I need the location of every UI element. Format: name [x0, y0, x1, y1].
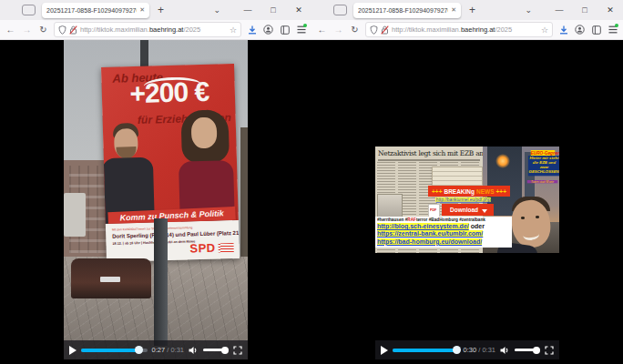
volume-icon[interactable]: [500, 346, 510, 355]
menu-icon[interactable]: [293, 23, 309, 37]
maximize-button[interactable]: □: [572, 0, 597, 20]
download-button[interactable]: Download: [442, 204, 494, 216]
poster-info-small: Mit den KANDIDAT:innen zur Stadtverordne…: [112, 226, 192, 231]
volume-icon[interactable]: [189, 346, 199, 355]
new-tab-button[interactable]: +: [469, 0, 475, 20]
video-frame-collage: Netzaktivist legt sich mit EZB an: [375, 147, 559, 253]
poster-man-photo: [105, 123, 149, 224]
banner-url-link[interactable]: http://banktunnel.eu/pdf.php: [435, 197, 491, 202]
volume-slider[interactable]: [515, 349, 540, 351]
account-icon[interactable]: [260, 23, 276, 37]
tower-light-glow: [495, 154, 510, 168]
sidebar-icon[interactable]: [588, 23, 604, 37]
video-controls: 0:27 / 0:31: [64, 340, 248, 359]
play-button[interactable]: [381, 346, 388, 355]
progress-knob[interactable]: [453, 346, 461, 354]
euro-box-strip: Taten statt Worte: [527, 180, 558, 183]
zentralbank-link[interactable]: https://zentral-bank.eu/tumblr.com/: [377, 230, 483, 237]
bookmark-star-icon[interactable]: ☆: [541, 25, 548, 35]
poster-candidates: Dorit Sperling (Platz 14) und Paul Lüber…: [112, 230, 240, 239]
fullscreen-button[interactable]: [545, 346, 554, 355]
insecure-lock-icon[interactable]: [381, 25, 389, 35]
hashtags-line: #herrihausen #RAFterror #BadHomburg #zen…: [377, 217, 481, 222]
update-dot: [303, 24, 307, 27]
firefox-view-icon[interactable]: [22, 5, 36, 15]
shield-icon[interactable]: [58, 25, 66, 35]
page-viewport: Ab heute +200 € für Erzieher:innen: [0, 40, 312, 364]
browser-tab[interactable]: 20251217-0858-F1029409792707682 ✕: [42, 3, 149, 18]
blog-link[interactable]: http://blog.sch-einesystem.de/: [377, 223, 469, 229]
progress-fill: [81, 349, 138, 352]
progress-bar[interactable]: [81, 349, 148, 352]
downloads-icon[interactable]: [244, 23, 260, 37]
browser-tab[interactable]: 20251217-0858-F1029409792707682 ✕: [353, 3, 461, 18]
firefox-view-icon[interactable]: [333, 5, 347, 15]
selfie-face: [505, 197, 557, 253]
time-display: 0:27 / 0:31: [152, 346, 184, 354]
time-display: 0:30 / 0:31: [464, 346, 495, 354]
poster-red-area: Ab heute +200 € für Erzieher:innen: [101, 64, 239, 224]
license-plate: [100, 277, 120, 282]
download-label: Download: [450, 207, 478, 213]
back-button[interactable]: ←: [314, 25, 330, 35]
sidebar-icon[interactable]: [277, 23, 292, 37]
selfie-eye: [536, 216, 539, 218]
sign-pole-bottom: [154, 218, 168, 346]
list-all-tabs-icon[interactable]: ⌄: [213, 0, 220, 20]
progress-bar[interactable]: [393, 349, 459, 352]
tab-close-icon[interactable]: ✕: [451, 6, 456, 14]
links-overlay: #herrihausen #RAFterror #BadHomburg #zen…: [375, 217, 512, 248]
titlebar: 20251217-0858-F1029409792707682 ✕ + ⌄ — …: [312, 0, 623, 20]
volume-knob[interactable]: [221, 347, 229, 354]
video-player[interactable]: Ab heute +200 € für Erzieher:innen: [64, 40, 248, 359]
browser-window-left: 20251217-0858-F1029409792707682 ✕ + ⌄ — …: [0, 0, 312, 364]
volume-slider[interactable]: [203, 349, 229, 351]
banner-plus: +++: [432, 188, 442, 195]
account-icon[interactable]: [572, 23, 587, 37]
tab-title: 20251217-0858-F1029409792707682: [358, 7, 448, 14]
page-viewport: Netzaktivist legt sich mit EZB an: [312, 40, 623, 364]
back-button[interactable]: ←: [3, 25, 18, 35]
update-dot: [615, 24, 618, 27]
tab-close-icon[interactable]: ✕: [139, 6, 145, 14]
breaking-news-banner: +++ BREAKINg NEWS +++: [428, 186, 510, 197]
reload-button[interactable]: ↻: [36, 25, 51, 35]
minimize-button[interactable]: —: [235, 0, 260, 20]
menu-icon[interactable]: [605, 23, 620, 37]
url-bar[interactable]: http://tiktok.maximilian.baehring.at/202…: [54, 22, 241, 37]
bookmark-star-icon[interactable]: ☆: [230, 25, 237, 35]
volume-knob[interactable]: [533, 347, 540, 354]
close-window-button[interactable]: ✕: [597, 0, 623, 20]
navigation-bar: ← → ↻ http://tiktok.maximilian.baehring.…: [312, 20, 623, 40]
list-all-tabs-icon[interactable]: ⌄: [525, 0, 532, 20]
reload-button[interactable]: ↻: [347, 25, 363, 35]
url-bar[interactable]: http://tiktok.maximilian.baehring.at/202…: [365, 22, 553, 37]
video-player[interactable]: Netzaktivist legt sich mit EZB an: [375, 40, 559, 359]
spd-logo-smallprint: [218, 243, 233, 252]
tab-title: 20251217-0858-F1029409792707682: [46, 7, 137, 14]
poster-woman-photo: [177, 109, 234, 222]
insecure-lock-icon[interactable]: [69, 25, 77, 35]
shield-icon[interactable]: [370, 25, 378, 35]
badhomburg-link[interactable]: https://bad-homburg.eu/download/: [377, 238, 482, 245]
forward-button[interactable]: →: [19, 25, 35, 35]
oder-text: oder: [471, 223, 485, 229]
fullscreen-button[interactable]: [233, 346, 242, 355]
forward-button[interactable]: →: [331, 25, 346, 35]
euro-box-body: Hinter mir steht die EZB und zwar GESCHL…: [527, 156, 559, 176]
euro-gegner-box: EURO-Gegner! Hinter mir steht die EZB un…: [527, 150, 558, 186]
spd-campaign-poster: Ab heute +200 € für Erzieher:innen: [101, 64, 240, 262]
maximize-button[interactable]: □: [260, 0, 286, 20]
url-text: http://tiktok.maximilian.baehring.at/202…: [392, 25, 538, 34]
play-button[interactable]: [69, 346, 77, 355]
progress-knob[interactable]: [135, 346, 143, 354]
new-tab-button[interactable]: +: [158, 0, 164, 20]
minimize-button[interactable]: —: [546, 0, 572, 20]
close-window-button[interactable]: ✕: [286, 0, 312, 20]
downloads-icon[interactable]: [556, 23, 571, 37]
browser-window-right: 20251217-0858-F1029409792707682 ✕ + ⌄ — …: [312, 0, 623, 364]
progress-fill: [393, 349, 456, 352]
newspaper-headline: Netzaktivist legt sich mit EZB an: [375, 147, 483, 157]
spd-logo: SPD: [189, 241, 216, 256]
parked-van: [64, 193, 86, 237]
